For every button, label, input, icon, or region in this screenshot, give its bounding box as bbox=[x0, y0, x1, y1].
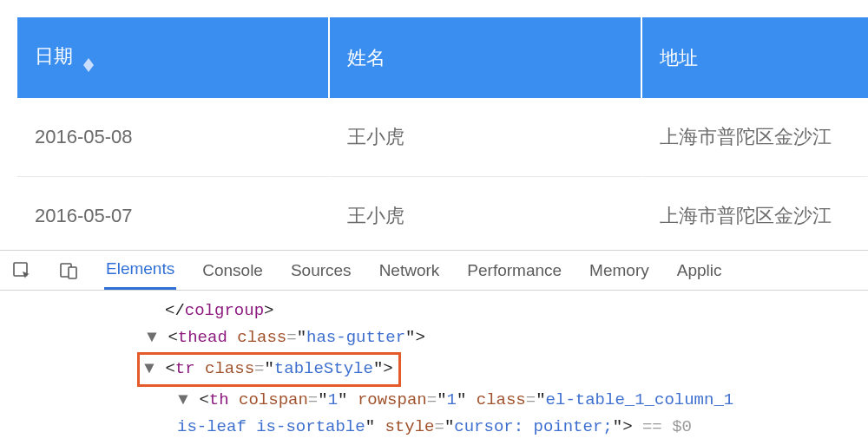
header-date-label: 日期 bbox=[35, 45, 73, 67]
table-head: 日期 姓名 地址 bbox=[17, 17, 868, 98]
expand-caret-icon[interactable]: ▼ bbox=[177, 387, 189, 414]
header-name-label: 姓名 bbox=[347, 47, 385, 69]
expand-caret-icon[interactable]: ▼ bbox=[143, 356, 155, 383]
tab-network[interactable]: Network bbox=[378, 252, 442, 289]
dom-line-th-cont[interactable]: is-leaf is-sortable" style="cursor: poin… bbox=[0, 414, 868, 441]
svg-rect-4 bbox=[69, 267, 76, 278]
devtools-tabbar: Elements Console Sources Network Perform… bbox=[0, 251, 868, 291]
dom-line-div-cell[interactable]: ▶ <div class="cell">…</div> bbox=[0, 442, 868, 445]
tab-performance[interactable]: Performance bbox=[465, 252, 563, 289]
tab-sources[interactable]: Sources bbox=[289, 252, 353, 289]
cell-date: 2016-05-08 bbox=[17, 98, 330, 177]
tab-memory[interactable]: Memory bbox=[588, 252, 651, 289]
inspect-element-icon[interactable] bbox=[10, 259, 33, 282]
header-name[interactable]: 姓名 bbox=[330, 17, 642, 98]
cell-date: 2016-05-07 bbox=[17, 177, 330, 256]
table-row[interactable]: 2016-05-08 王小虎 上海市普陀区金沙江 bbox=[17, 98, 868, 177]
tab-application[interactable]: Applic bbox=[675, 252, 724, 289]
cell-address: 上海市普陀区金沙江 bbox=[642, 177, 868, 256]
dom-line-colgroup-close[interactable]: </colgroup> bbox=[0, 298, 868, 324]
collapse-caret-icon[interactable]: ▶ bbox=[198, 442, 210, 445]
dom-line-thead[interactable]: ▼ <thead class="has-gutter"> bbox=[0, 324, 868, 351]
dom-line-tr-highlighted[interactable]: ▼ <tr class="tableStyle"> bbox=[0, 352, 868, 387]
table-body: 2016-05-08 王小虎 上海市普陀区金沙江 2016-05-07 王小虎 … bbox=[17, 98, 868, 256]
dom-line-th[interactable]: ▼ <th colspan="1" rowspan="1" class="el-… bbox=[0, 387, 868, 414]
header-address-label: 地址 bbox=[660, 47, 698, 69]
header-row: 日期 姓名 地址 bbox=[17, 17, 868, 98]
sort-icon[interactable] bbox=[83, 58, 94, 72]
cell-address: 上海市普陀区金沙江 bbox=[642, 98, 868, 177]
data-table: 日期 姓名 地址 2016-05-08 王小虎 上海市普陀区金沙江 2016-0… bbox=[17, 17, 868, 256]
device-toolbar-icon[interactable] bbox=[57, 259, 80, 282]
table-row[interactable]: 2016-05-07 王小虎 上海市普陀区金沙江 bbox=[17, 177, 868, 256]
header-address[interactable]: 地址 bbox=[642, 17, 868, 98]
svg-marker-1 bbox=[83, 65, 94, 72]
devtools-panel: Elements Console Sources Network Perform… bbox=[0, 250, 868, 445]
cell-name: 王小虎 bbox=[330, 177, 642, 256]
tab-elements[interactable]: Elements bbox=[104, 251, 176, 290]
tab-console[interactable]: Console bbox=[201, 252, 265, 289]
dom-tree[interactable]: </colgroup> ▼ <thead class="has-gutter">… bbox=[0, 291, 868, 445]
cell-name: 王小虎 bbox=[330, 98, 642, 177]
header-date[interactable]: 日期 bbox=[17, 17, 330, 98]
svg-marker-0 bbox=[83, 58, 94, 65]
expand-caret-icon[interactable]: ▼ bbox=[146, 324, 158, 351]
